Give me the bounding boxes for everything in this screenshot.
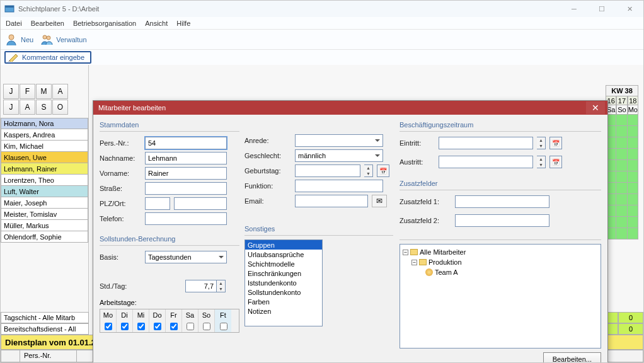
- groups-tree[interactable]: −Alle Mitarbeiter −Produktion Team A: [400, 244, 601, 349]
- list-item[interactable]: Urlaubsansprüche: [245, 250, 322, 259]
- list-item[interactable]: Farben: [245, 297, 322, 306]
- plan-cell[interactable]: [616, 183, 627, 194]
- month-a1[interactable]: A: [52, 84, 68, 99]
- plan-cell[interactable]: [616, 171, 627, 183]
- employee-row[interactable]: Müller, Markus: [1, 220, 88, 231]
- maximize-button[interactable]: ☐: [588, 1, 616, 17]
- stdtag-input[interactable]: [185, 280, 217, 292]
- funktion-input[interactable]: [295, 180, 383, 192]
- day-checkbox[interactable]: [154, 323, 161, 330]
- employee-row[interactable]: Maier, Joseph: [1, 197, 88, 209]
- plan-cell[interactable]: [628, 149, 638, 160]
- plan-cell[interactable]: [628, 171, 638, 183]
- menu-hilfe[interactable]: Hilfe: [176, 20, 190, 27]
- manage-button[interactable]: Verwaltun: [40, 33, 86, 47]
- basis-select[interactable]: Tagesstunden: [145, 251, 227, 263]
- employee-row[interactable]: Lehmann, Rainer: [1, 163, 88, 175]
- day-checkbox[interactable]: [170, 323, 178, 330]
- day-checkbox[interactable]: [187, 323, 194, 330]
- plz-input[interactable]: [145, 197, 170, 210]
- close-button[interactable]: ✕: [616, 1, 643, 17]
- column-header[interactable]: [1, 350, 20, 362]
- dialog-close-button[interactable]: ✕: [586, 101, 605, 114]
- anrede-select[interactable]: [295, 134, 383, 147]
- day-checkbox[interactable]: [220, 323, 227, 330]
- edit-button[interactable]: Bearbeiten...: [543, 352, 601, 362]
- zusatz2-input[interactable]: [455, 214, 549, 227]
- email-input[interactable]: [295, 195, 368, 207]
- persnr-input[interactable]: [145, 137, 227, 149]
- list-item[interactable]: Notizen: [245, 306, 322, 316]
- list-item[interactable]: Sollstundenkonto: [245, 287, 322, 297]
- month-m1[interactable]: M: [36, 84, 52, 99]
- austritt-input[interactable]: [439, 156, 533, 168]
- list-item[interactable]: Einschränkungen: [245, 268, 322, 278]
- plan-cell[interactable]: [616, 149, 627, 160]
- send-mail-icon[interactable]: ✉: [372, 195, 387, 207]
- sonstiges-listbox[interactable]: GruppenUrlaubsansprücheSchichtmodelleEin…: [244, 239, 323, 326]
- comment-input[interactable]: Kommentar eingebe: [4, 51, 91, 64]
- geburtstag-spinner[interactable]: ▲▼: [364, 164, 373, 177]
- telefon-input[interactable]: [145, 212, 227, 225]
- month-s[interactable]: S: [36, 100, 52, 115]
- menu-bearbeiten[interactable]: Bearbeiten: [31, 20, 64, 27]
- plan-cell[interactable]: [628, 194, 638, 205]
- day-checkbox[interactable]: [137, 323, 145, 330]
- plan-cell[interactable]: [628, 217, 638, 228]
- day-checkbox[interactable]: [121, 323, 129, 330]
- eintritt-input[interactable]: [439, 137, 533, 149]
- menu-ansicht[interactable]: Ansicht: [145, 20, 168, 27]
- strasse-input[interactable]: [145, 182, 227, 195]
- day-checkbox[interactable]: [105, 323, 112, 330]
- schedule-row-1[interactable]: Tagschicht - Alle Mitarb: [1, 312, 89, 323]
- employee-row[interactable]: Klausen, Uwe: [1, 152, 88, 163]
- employee-row[interactable]: Kim, Michael: [1, 141, 88, 152]
- menu-betriebsorganisation[interactable]: Betriebsorganisation: [73, 20, 136, 27]
- month-a2[interactable]: A: [20, 100, 35, 115]
- stdtag-spinner[interactable]: ▲▼: [217, 280, 226, 292]
- plan-cell[interactable]: [628, 228, 638, 239]
- plan-cell[interactable]: [616, 194, 627, 205]
- minimize-button[interactable]: ─: [560, 1, 588, 17]
- menu-datei[interactable]: Datei: [6, 20, 22, 27]
- employee-row[interactable]: Kaspers, Andrea: [1, 129, 88, 141]
- tree-leaf[interactable]: Team A: [435, 268, 458, 276]
- employee-row[interactable]: Holzmann, Nora: [1, 118, 88, 129]
- list-item[interactable]: Gruppen: [245, 240, 322, 250]
- column-header[interactable]: Pers.-Nr.: [20, 350, 77, 362]
- geburtstag-input[interactable]: [295, 164, 360, 177]
- tree-toggle-icon[interactable]: −: [403, 250, 408, 255]
- plan-cell[interactable]: [628, 126, 638, 137]
- calendar-icon[interactable]: 📅: [377, 164, 389, 177]
- new-button[interactable]: Neu: [4, 33, 33, 47]
- ort-input[interactable]: [174, 197, 227, 210]
- plan-cell[interactable]: [628, 137, 638, 149]
- geschlecht-select[interactable]: männlich: [295, 149, 383, 162]
- tree-child[interactable]: Produktion: [428, 258, 462, 266]
- plan-cell[interactable]: [616, 137, 627, 149]
- plan-cell[interactable]: [628, 205, 638, 217]
- month-j1[interactable]: J: [3, 84, 19, 99]
- nachname-input[interactable]: [145, 152, 227, 164]
- plan-cell[interactable]: [616, 228, 627, 239]
- zusatz1-input[interactable]: [455, 195, 549, 208]
- employee-row[interactable]: Meister, Tomislav: [1, 209, 88, 220]
- employee-row[interactable]: Luft, Walter: [1, 186, 88, 197]
- day-checkbox[interactable]: [203, 323, 210, 330]
- month-f[interactable]: F: [20, 84, 35, 99]
- plan-cell[interactable]: [628, 160, 638, 171]
- employee-row[interactable]: Ohlendorff, Sophie: [1, 231, 88, 243]
- calendar-icon[interactable]: 📅: [549, 137, 562, 149]
- list-item[interactable]: Schichtmodelle: [245, 259, 322, 268]
- plan-cell[interactable]: [628, 183, 638, 194]
- eintritt-spinner[interactable]: ▲▼: [537, 137, 546, 149]
- tree-toggle-icon[interactable]: −: [411, 260, 417, 265]
- month-o[interactable]: O: [52, 100, 68, 115]
- plan-cell[interactable]: [616, 217, 627, 228]
- austritt-spinner[interactable]: ▲▼: [537, 156, 546, 168]
- month-j2[interactable]: J: [3, 100, 19, 115]
- plan-cell[interactable]: [616, 160, 627, 171]
- schedule-row-2[interactable]: Bereitschaftsdienst - All: [1, 323, 89, 335]
- plan-cell[interactable]: [628, 115, 638, 126]
- employee-row[interactable]: Lorentzen, Theo: [1, 175, 88, 186]
